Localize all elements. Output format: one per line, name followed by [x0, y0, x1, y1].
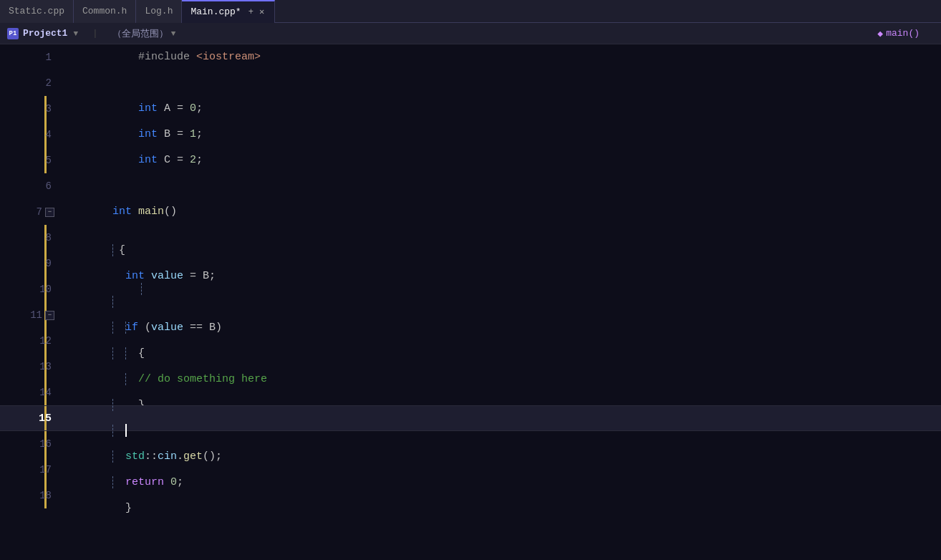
- line-row-18[interactable]: 18 }: [0, 483, 941, 508]
- line-num-1: 1: [0, 52, 57, 63]
- line-num-11: 11 −: [0, 309, 57, 321]
- scope-label: （全局范围）: [112, 27, 168, 40]
- editor-main[interactable]: 1 #include <iostream> 2 3 int A = 0;: [0, 44, 941, 560]
- breadcrumb-dropdown-icon[interactable]: ▼: [73, 29, 78, 38]
- editor: 1 #include <iostream> 2 3 int A = 0;: [0, 44, 941, 560]
- breadcrumb-bar: P1 Project1 ▼ | （全局范围） ▼ ◆ main(): [0, 23, 941, 44]
- tab-common-label: Common.h: [82, 6, 127, 16]
- line-num-16: 16: [0, 438, 57, 450]
- tab-common[interactable]: Common.h: [74, 0, 136, 23]
- line-num-4: 4: [0, 129, 57, 140]
- fold-btn-7[interactable]: −: [45, 208, 54, 217]
- line-num-5: 5: [0, 155, 57, 166]
- line-num-14: 14: [0, 387, 57, 398]
- line-num-6: 6: [0, 180, 57, 192]
- tab-main-label: Main.cpp*: [190, 6, 241, 17]
- line-num-3: 3: [0, 103, 57, 115]
- tab-main[interactable]: Main.cpp* + ✕: [182, 0, 275, 23]
- line-row-1[interactable]: 1 #include <iostream>: [0, 44, 941, 70]
- tab-add-button[interactable]: +: [247, 7, 255, 17]
- line-num-12: 12: [0, 335, 57, 347]
- line-num-18: 18: [0, 490, 57, 501]
- line-num-8: 8: [0, 232, 57, 243]
- tab-static[interactable]: Static.cpp: [0, 0, 74, 23]
- project-name: Project1: [23, 28, 67, 39]
- func-icon: ◆: [877, 28, 883, 39]
- line-num-9: 9: [0, 258, 57, 269]
- line-num-2: 2: [0, 77, 57, 89]
- scope-dropdown-icon[interactable]: ▼: [171, 29, 176, 38]
- tab-close-button[interactable]: ✕: [258, 6, 266, 17]
- line-content-18: }: [57, 418, 941, 560]
- scope-func: ◆ main(): [877, 28, 920, 39]
- line-num-10: 10: [0, 284, 57, 295]
- tab-static-label: Static.cpp: [9, 6, 64, 16]
- line-num-17: 17: [0, 464, 57, 475]
- line-num-15: 15: [0, 412, 57, 425]
- line-row-5[interactable]: 5 int C = 2;: [0, 148, 941, 173]
- tab-bar: Static.cpp Common.h Log.h Main.cpp* + ✕: [0, 0, 941, 23]
- fold-btn-11[interactable]: −: [45, 311, 54, 320]
- project-icon: P1: [7, 28, 19, 39]
- line-num-7: 7 −: [0, 206, 57, 218]
- tab-log-label: Log.h: [145, 6, 173, 16]
- line-num-13: 13: [0, 361, 57, 372]
- tab-log[interactable]: Log.h: [136, 0, 182, 23]
- func-label: main(): [886, 28, 920, 39]
